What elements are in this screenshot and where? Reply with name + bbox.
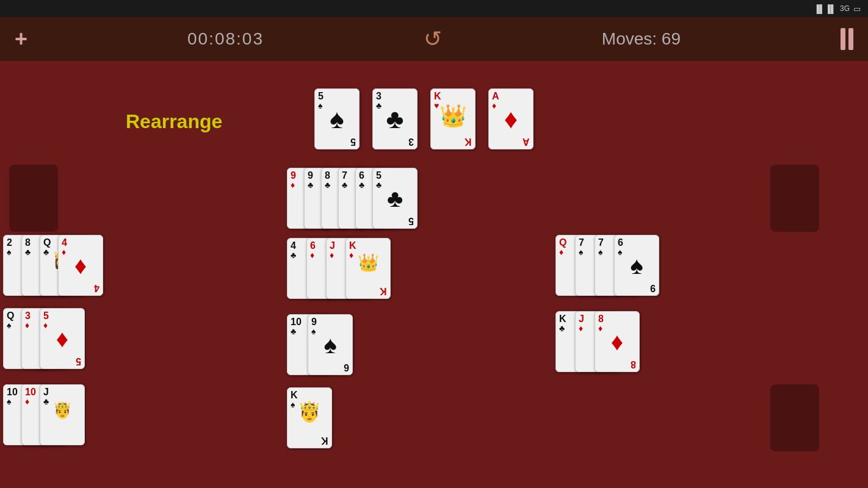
card-5-clubs-full[interactable]: 5 ♣ ♣ 5 bbox=[372, 168, 418, 229]
moves-counter: Moves: 69 bbox=[602, 29, 681, 49]
game-area: Rearrange 5 ♠ ♠ 5 3 ♣ ♣ 3 K ♥ 👑 K A ♦ ♦ … bbox=[0, 61, 868, 488]
card-3-clubs[interactable]: 3 ♣ ♣ 3 bbox=[372, 88, 418, 149]
top-bar: + 00:08:03 ↺ Moves: 69 bbox=[0, 17, 868, 61]
card-5-diamonds[interactable]: 5 ♦ ♦ 5 bbox=[40, 308, 85, 369]
undo-button[interactable]: ↺ bbox=[424, 26, 442, 52]
game-timer: 00:08:03 bbox=[187, 29, 264, 49]
card-9-spades[interactable]: 9 ♠ ♠ 6 bbox=[308, 314, 353, 375]
status-bar: ▐▌▐▌ 3G ▭ bbox=[0, 0, 868, 17]
card-ace-diamonds[interactable]: A ♦ ♦ A bbox=[488, 88, 533, 149]
card-king-diamonds[interactable]: K ♦ 👑 K bbox=[345, 238, 391, 299]
card-jack-clubs[interactable]: J ♣ 🤴 bbox=[40, 384, 85, 445]
signal-icon: ▐▌▐▌ bbox=[814, 4, 836, 13]
rearrange-label: Rearrange bbox=[126, 110, 222, 133]
slot-right-bottom[interactable] bbox=[770, 384, 819, 451]
card-8-diamonds[interactable]: 8 ♦ ♦ 8 bbox=[595, 311, 640, 372]
card-king-spades[interactable]: K ♠ 🤴 K bbox=[287, 387, 332, 448]
card-4-diamonds[interactable]: 4 ♦ ♦ 4 bbox=[58, 235, 103, 296]
pause-button[interactable] bbox=[841, 28, 853, 50]
card-king-hearts[interactable]: K ♥ 👑 K bbox=[430, 88, 476, 149]
card-5-spades[interactable]: 5 ♠ ♠ 5 bbox=[314, 88, 360, 149]
slot-left[interactable] bbox=[9, 165, 58, 232]
slot-right-top[interactable] bbox=[770, 165, 819, 232]
new-game-button[interactable]: + bbox=[15, 26, 27, 52]
battery-icon: ▭ bbox=[853, 4, 861, 13]
card-6-spades[interactable]: 6 ♠ ♠ 9 bbox=[614, 235, 659, 296]
network-label: 3G bbox=[840, 4, 850, 13]
